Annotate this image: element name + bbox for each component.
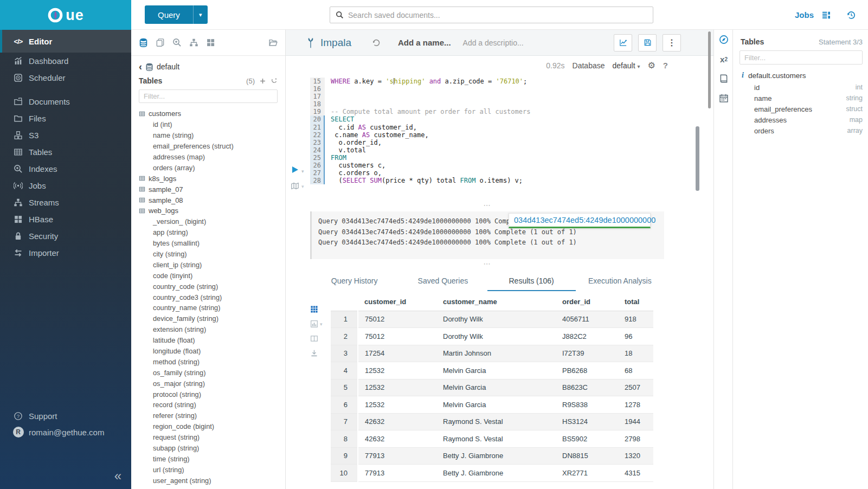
table-cell[interactable]: 75012 <box>358 328 436 345</box>
code-line[interactable]: 28 (SELECT SUM(price * qty) total FROM o… <box>310 177 713 184</box>
tree-column-item[interactable]: app (string) <box>139 227 285 238</box>
tree-table-item[interactable]: sample_08 <box>139 195 285 205</box>
table-row[interactable]: 317254Martin JohnsonI72T3918 <box>331 345 653 362</box>
query-id-popover[interactable]: 034d413ec7474ed5:4249de1000000000 <box>509 213 651 228</box>
tree-column-item[interactable]: user_agent (string) <box>139 475 285 486</box>
tree-column-item[interactable]: client_ip (string) <box>139 259 285 270</box>
back-chevron-icon[interactable]: ‹ <box>139 63 142 70</box>
sidebar-item-files[interactable]: Files <box>0 110 131 127</box>
tree-column-item[interactable]: email_preferences (struct) <box>139 141 285 152</box>
table-cell[interactable]: Raymond S. Vestal <box>436 413 556 430</box>
sidebar-item-jobs[interactable]: Jobs <box>0 177 131 194</box>
sidebar-item-user[interactable]: R romain@gethue.com <box>0 424 131 440</box>
sidebar-item-editor[interactable]: </>Editor <box>0 30 131 53</box>
table-row[interactable]: 977913Betty J. GiambroneDN88151320 <box>331 447 653 465</box>
help-icon[interactable]: ? <box>663 61 668 70</box>
table-cell[interactable]: 77913 <box>358 465 436 482</box>
code-line[interactable]: 16 <box>310 85 713 93</box>
assist-apps-icon[interactable] <box>206 38 215 47</box>
chart-caret-icon[interactable]: ▾ <box>320 321 323 327</box>
functions-icon[interactable]: x2 <box>714 49 734 69</box>
table-row[interactable]: 842632Raymond S. VestalBS59022798 <box>331 430 653 448</box>
right-filter[interactable] <box>740 50 863 65</box>
code-line[interactable]: 19-- Compute total amount per order for … <box>310 108 713 115</box>
tree-column-item[interactable]: country_name (string) <box>139 303 285 313</box>
tables-filter[interactable] <box>139 89 278 103</box>
table-cell[interactable]: Dorothy Wilk <box>436 328 556 345</box>
chart-button[interactable] <box>614 34 632 52</box>
editor-scrollbar[interactable] <box>696 126 699 191</box>
tree-column-item[interactable]: os_major (string) <box>139 378 285 389</box>
sidebar-item-scheduler[interactable]: Scheduler <box>0 69 131 86</box>
tree-column-item[interactable]: bytes (smallint) <box>139 238 285 249</box>
tree-column-item[interactable]: url (string) <box>139 464 285 475</box>
table-cell[interactable]: 17254 <box>358 345 436 362</box>
editor-history-icon[interactable] <box>372 38 381 47</box>
presentation-mode-icon[interactable] <box>291 182 299 190</box>
results-resize-handle[interactable]: ⋯ <box>310 262 664 267</box>
database-breadcrumb[interactable]: ‹ default <box>131 56 285 72</box>
tree-column-item[interactable]: country_code3 (string) <box>139 292 285 303</box>
download-icon[interactable] <box>310 349 323 357</box>
table-cell[interactable]: BS5902 <box>556 430 618 448</box>
code-line[interactable]: 20SELECT <box>310 115 713 123</box>
tree-column-item[interactable]: extension (string) <box>139 324 285 335</box>
tree-table-item[interactable]: sample_07 <box>139 184 285 195</box>
table-cell[interactable]: HS3124 <box>556 413 618 430</box>
code-line[interactable]: 23 o.order_id, <box>310 139 713 146</box>
table-cell[interactable]: PB6268 <box>556 362 618 379</box>
code-line[interactable]: 27 c.orders o, <box>310 169 713 177</box>
table-cell[interactable]: R9S838 <box>556 396 618 414</box>
table-row[interactable]: 412532Melvin GarciaPB626868 <box>331 362 653 379</box>
database-dropdown[interactable]: default ▾ <box>613 61 640 70</box>
settings-gear-icon[interactable]: ⚙ <box>647 60 655 70</box>
more-actions-button[interactable]: ⋮ <box>663 34 681 52</box>
sidebar-item-documents[interactable]: Documents <box>0 93 131 110</box>
table-row[interactable]: 275012Dorothy WilkJ882C296 <box>331 328 653 345</box>
global-search[interactable] <box>330 7 653 23</box>
log-resize-handle[interactable]: ⋯ <box>310 203 664 209</box>
table-cell[interactable]: XR2771 <box>556 465 618 482</box>
table-cell[interactable]: J882C2 <box>556 328 618 345</box>
sidebar-item-importer[interactable]: Importer <box>0 244 131 261</box>
table-cell[interactable]: 1278 <box>618 396 653 414</box>
query-button[interactable]: Query <box>145 5 194 24</box>
code-line[interactable]: 24 v.total <box>310 146 713 154</box>
tree-column-item[interactable]: _version_ (bigint) <box>139 216 285 227</box>
code-line[interactable]: 22 c.name AS customer_name, <box>310 131 713 139</box>
tree-table-item[interactable]: customers <box>139 108 285 119</box>
assist-sitemap-icon[interactable] <box>189 38 198 47</box>
tree-column-item[interactable]: subapp (string) <box>139 443 285 454</box>
table-cell[interactable]: 4056711 <box>556 311 618 328</box>
table-cell[interactable]: Raymond S. Vestal <box>436 430 556 448</box>
code-line[interactable]: 21 c.id AS customer_id, <box>310 124 713 131</box>
query-caret-icon[interactable]: ▾ <box>194 5 208 24</box>
table-cell[interactable]: Melvin Garcia <box>436 379 556 396</box>
table-cell[interactable]: Melvin Garcia <box>436 362 556 379</box>
tree-column-item[interactable]: record (string) <box>139 400 285 410</box>
tree-column-item[interactable]: id (int) <box>139 119 285 130</box>
tree-column-item[interactable]: city (string) <box>139 249 285 260</box>
assistant-compass-icon[interactable] <box>714 30 734 49</box>
query-split-button[interactable]: Query ▾ <box>145 5 208 24</box>
assist-folder-icon[interactable] <box>268 38 278 47</box>
column-header[interactable]: customer_id <box>358 293 436 311</box>
sidebar-item-hbase[interactable]: HBase <box>0 211 131 228</box>
assist-databases-icon[interactable] <box>139 38 148 47</box>
refresh-icon[interactable] <box>271 78 278 85</box>
right-column-item[interactable]: idint <box>734 82 868 93</box>
presentation-caret-icon[interactable]: ▾ <box>301 184 304 189</box>
right-column-item[interactable]: namestring <box>734 93 868 104</box>
table-cell[interactable]: Melvin Garcia <box>436 396 556 414</box>
active-table-name[interactable]: default.customers <box>748 72 806 80</box>
tree-column-item[interactable]: longitude (float) <box>139 346 285 357</box>
table-cell[interactable]: 77913 <box>358 447 436 465</box>
jobs-list-icon[interactable] <box>821 10 831 20</box>
right-column-item[interactable]: email_preferencesstruct <box>734 104 868 114</box>
tree-column-item[interactable]: orders (array) <box>139 162 285 173</box>
table-cell[interactable]: 12532 <box>358 379 436 396</box>
tree-column-item[interactable]: region_code (bigint) <box>139 421 285 432</box>
right-column-item[interactable]: addressesmap <box>734 114 868 125</box>
tree-table-item[interactable]: k8s_logs <box>139 173 285 184</box>
right-column-item[interactable]: ordersarray <box>734 125 868 136</box>
